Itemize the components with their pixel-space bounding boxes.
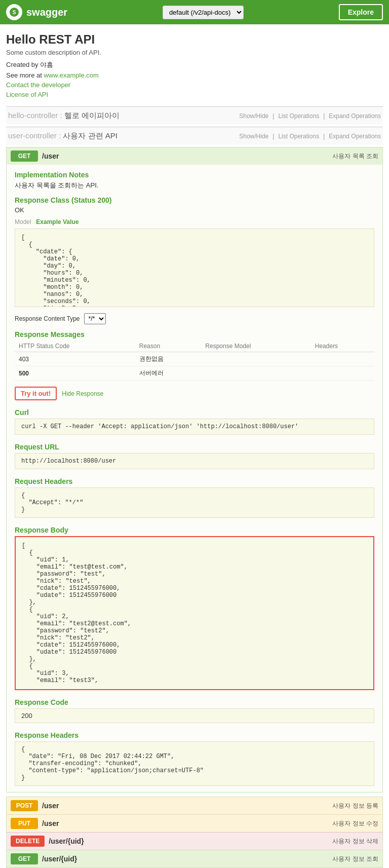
user-expand-operations[interactable]: Expand Operations: [329, 133, 381, 140]
header: S swagger default (/v2/api-docs) Explore: [0, 0, 389, 24]
get-uid-summary: 사용자 정보 조회: [332, 855, 378, 863]
col-model: Response Model: [201, 341, 310, 352]
post-user-path: /user: [42, 802, 328, 810]
get-user-summary: 사용자 목록 조회: [332, 152, 378, 161]
hello-controller-title: hello-controller : 헬로 에이피아이: [8, 111, 120, 121]
api-contact-link[interactable]: Contact the developer: [6, 81, 70, 89]
reason-403: 권한없음: [135, 352, 202, 366]
api-title: Hello REST API: [6, 32, 383, 47]
impl-notes-text: 사용자 목록을 조회하는 API.: [15, 181, 374, 190]
col-reason: Reason: [135, 341, 202, 352]
user-controller-actions: Show/Hide | List Operations | Expand Ope…: [239, 133, 381, 140]
api-description: Some custom description of API.: [6, 49, 383, 56]
delete-user-summary: 사용자 정보 삭제: [332, 837, 378, 846]
example-code-block: [ { "cdate": { "date": 0, "day": 0, "hou…: [15, 229, 374, 307]
delete-user-operation-row[interactable]: DELETE /user/{uid} 사용자 정보 삭제: [7, 832, 382, 850]
response-class-title: Response Class (Status 200): [15, 196, 374, 204]
user-list-operations[interactable]: List Operations: [278, 133, 319, 140]
table-row: 403 권한없음: [15, 352, 374, 366]
user-show-hide[interactable]: Show/Hide: [239, 133, 268, 140]
api-see-more-link[interactable]: www.example.com: [44, 71, 98, 79]
header-logo: S swagger: [6, 4, 67, 20]
get-method-badge: GET: [11, 150, 38, 162]
put-user-operation-row[interactable]: PUT /user 사용자 정보 수정: [7, 814, 382, 832]
get-user-uid-operation-row[interactable]: GET /user/{uid} 사용자 정보 조회: [7, 850, 382, 867]
col-status-code: HTTP Status Code: [15, 341, 135, 352]
get-user-operation-row[interactable]: GET /user 사용자 목록 조회: [7, 147, 382, 165]
put-method-badge: PUT: [11, 818, 38, 829]
swagger-logo-icon: S: [6, 4, 22, 20]
response-messages-title: Response Messages: [15, 330, 374, 338]
response-body-title: Response Body: [15, 526, 374, 534]
api-see-more: See more at www.example.com: [6, 71, 383, 79]
get-uid-path: /user/{uid}: [42, 855, 328, 863]
model-label: Model: [15, 218, 31, 225]
hello-list-operations[interactable]: List Operations: [278, 112, 319, 120]
response-body-value: [ { "uid": 1, "email": "test@test.com", …: [15, 536, 374, 690]
status-403: 403: [15, 352, 135, 366]
post-user-summary: 사용자 정보 등록: [332, 802, 378, 810]
curl-title: Curl: [15, 408, 374, 417]
put-user-path: /user: [42, 819, 328, 827]
response-content-type-row: Response Content Type */*: [15, 313, 374, 324]
hello-expand-operations[interactable]: Expand Operations: [329, 112, 381, 120]
api-select[interactable]: default (/v2/api-docs): [163, 6, 244, 19]
status-500: 500: [15, 366, 135, 381]
response-code-title: Response Code: [15, 698, 374, 706]
svg-text:S: S: [13, 10, 16, 15]
post-method-badge: POST: [11, 800, 38, 811]
curl-value: curl -X GET --header 'Accept: applicatio…: [15, 419, 374, 435]
hello-show-hide[interactable]: Show/Hide: [239, 112, 268, 120]
put-user-summary: 사용자 정보 수정: [332, 819, 378, 828]
delete-method-badge: DELETE: [11, 836, 45, 847]
api-contact: Contact the developer: [6, 81, 383, 89]
post-user-operation-row[interactable]: POST /user 사용자 정보 등록: [7, 797, 382, 814]
response-content-type-label: Response Content Type: [15, 315, 80, 322]
api-license-link[interactable]: License of API: [6, 91, 48, 98]
api-created-by: Created by 야흠: [6, 60, 383, 69]
model-row: Model Example Value: [15, 218, 374, 225]
get-uid-method-badge: GET: [11, 853, 38, 864]
response-table: HTTP Status Code Reason Response Model H…: [15, 341, 374, 381]
app-title: swagger: [26, 7, 67, 18]
user-controller-bar: user-controller : 사용자 관련 API Show/Hide |…: [6, 127, 383, 145]
request-url-title: Request URL: [15, 443, 374, 451]
user-controller-title: user-controller : 사용자 관련 API: [8, 131, 118, 141]
get-user-detail: Implementation Notes 사용자 목록을 조회하는 API. R…: [7, 165, 382, 792]
try-it-row: Try it out! Hide Response: [15, 387, 374, 400]
request-headers-value: { "Accept": "*/*" }: [15, 487, 374, 518]
request-url-value: http://localhost:8080/user: [15, 453, 374, 469]
get-user-path: /user: [42, 152, 328, 160]
explore-button[interactable]: Explore: [339, 4, 383, 20]
response-headers-value: { "date": "Fri, 08 Dec 2017 02:44:22 GMT…: [15, 741, 374, 786]
hello-controller-bar: hello-controller : 헬로 에이피아이 Show/Hide | …: [6, 106, 383, 125]
response-headers-title: Response Headers: [15, 731, 374, 739]
main-content: Hello REST API Some custom description o…: [0, 24, 389, 868]
impl-notes-title: Implementation Notes: [15, 171, 374, 179]
request-headers-title: Request Headers: [15, 477, 374, 485]
api-info: Hello REST API Some custom description o…: [6, 32, 383, 98]
api-selector[interactable]: default (/v2/api-docs): [163, 6, 244, 19]
reason-500: 서버에러: [135, 366, 202, 381]
col-headers: Headers: [311, 341, 374, 352]
response-content-type-select[interactable]: */*: [84, 313, 106, 324]
get-user-operation: GET /user 사용자 목록 조회 Implementation Notes…: [6, 147, 383, 792]
hello-controller-actions: Show/Hide | List Operations | Expand Ope…: [239, 112, 381, 120]
api-license: License of API: [6, 91, 383, 98]
delete-user-path: /user/{uid}: [49, 837, 328, 845]
try-it-out-button[interactable]: Try it out!: [15, 387, 57, 400]
response-messages: Response Messages HTTP Status Code Reaso…: [15, 330, 374, 381]
hide-response-link[interactable]: Hide Response: [62, 390, 103, 397]
example-value-link[interactable]: Example Value: [36, 218, 79, 225]
response-code-value: 200: [15, 708, 374, 723]
response-class-text: OK: [15, 206, 374, 214]
bottom-operations: POST /user 사용자 정보 등록 PUT /user 사용자 정보 수정…: [6, 797, 383, 868]
table-row: 500 서버에러: [15, 366, 374, 381]
